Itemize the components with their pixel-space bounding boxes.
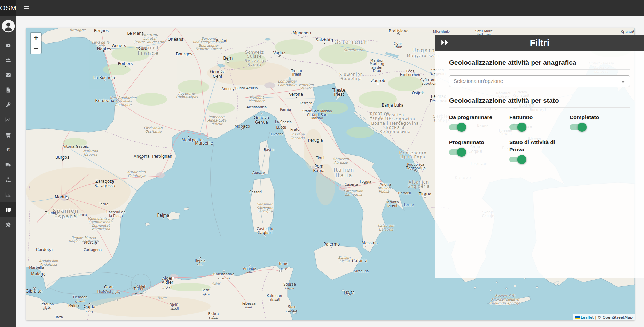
euro-icon: € <box>5 147 11 153</box>
document-icon <box>5 87 11 93</box>
section-heading-stato: Geolocalizzazione attività per stato <box>449 97 630 104</box>
panel-title: Filtri <box>435 38 644 48</box>
leaflet-link[interactable]: Leaflet <box>581 315 594 320</box>
sidebar-item-document[interactable] <box>0 83 16 98</box>
sidebar-item-map[interactable] <box>0 202 16 217</box>
sidebar-item-euro[interactable]: € <box>0 142 16 157</box>
sidebar-item-bar-chart[interactable] <box>0 187 16 202</box>
panel-collapse-icon[interactable] <box>441 39 449 46</box>
toggle-label: Fatturato <box>509 114 570 121</box>
sidebar-item-dashboard[interactable] <box>0 38 16 53</box>
toggle-knob <box>457 148 466 157</box>
statistics-icon <box>5 117 11 123</box>
bar-chart-icon <box>5 192 11 198</box>
sidebar: € <box>0 16 16 327</box>
hierarchy-icon <box>5 177 11 183</box>
cart-icon <box>5 132 11 138</box>
toggle-switch-completato[interactable] <box>570 124 586 130</box>
sidebar-item-mail[interactable] <box>0 68 16 83</box>
user-avatar[interactable] <box>2 20 15 33</box>
top-navbar: OSM <box>0 0 644 16</box>
toggle-knob <box>457 123 466 132</box>
toggle-knob <box>578 123 587 132</box>
sidebar-item-tools[interactable] <box>0 98 16 112</box>
toggle-switch-fatturato[interactable] <box>509 124 525 130</box>
toggle-fatturato: Fatturato <box>509 114 570 130</box>
app-logo[interactable]: OSM <box>0 0 16 16</box>
avatar-icon <box>2 20 15 33</box>
divider <box>449 107 630 108</box>
toggle-switch-stato-di-attivita-di-prova[interactable] <box>509 157 525 162</box>
status-toggles: Da programmareFatturatoCompletatoProgram… <box>449 114 630 162</box>
toggle-knob <box>517 155 526 164</box>
attribution-text: | © OpenStreetMap <box>594 315 633 320</box>
anagrafica-select[interactable]: Seleziona un'opzione <box>449 75 630 87</box>
toggle-stato-di-attivita-di-prova: Stato di Attività di Prova <box>509 139 570 162</box>
users-icon <box>5 57 11 63</box>
divider <box>449 69 630 70</box>
toggle-programmato: Programmato <box>449 139 509 162</box>
toggle-label: Programmato <box>449 139 509 146</box>
section-heading-anagrafica: Geolocalizzazione attività per anagrafic… <box>449 59 630 67</box>
zoom-in-button[interactable]: + <box>31 33 41 43</box>
settings-icon <box>5 222 11 228</box>
truck-icon <box>5 162 11 168</box>
toggle-switch-da-programmare[interactable] <box>449 124 465 130</box>
toggle-label: Stato di Attività di Prova <box>509 139 570 154</box>
sidebar-item-settings[interactable] <box>0 217 16 232</box>
zoom-out-button[interactable]: − <box>31 43 41 54</box>
toggle-label: Da programmare <box>449 114 509 121</box>
mail-icon <box>5 72 11 78</box>
sidebar-item-users[interactable] <box>0 53 16 68</box>
sidebar-item-truck[interactable] <box>0 157 16 172</box>
select-caret-icon <box>621 81 625 83</box>
toggle-completato: Completato <box>570 114 630 130</box>
toggle-label: Completato <box>570 114 630 121</box>
tools-icon <box>5 102 11 108</box>
toggle-knob <box>517 123 526 132</box>
toggle-da-programmare: Da programmare <box>449 114 509 130</box>
sidebar-item-hierarchy[interactable] <box>0 172 16 187</box>
map-zoom-control: + − <box>30 32 42 54</box>
ukraine-flag-icon <box>575 316 580 319</box>
map-attribution: Leaflet | © OpenStreetMap <box>573 314 635 320</box>
filter-panel-header: Filtri <box>435 35 644 51</box>
map-icon <box>5 207 11 213</box>
hamburger-menu-icon[interactable] <box>20 0 32 16</box>
filter-panel: Filtri Geolocalizzazione attività per an… <box>435 35 644 278</box>
dashboard-icon <box>5 42 11 48</box>
svg-text:€: € <box>6 147 10 153</box>
sidebar-item-cart[interactable] <box>0 127 16 142</box>
toggle-switch-programmato[interactable] <box>449 149 465 155</box>
sidebar-item-statistics[interactable] <box>0 112 16 127</box>
sidebar-nav: € <box>0 38 16 232</box>
filter-panel-body: Geolocalizzazione attività per anagrafic… <box>435 51 644 278</box>
main-content: RennesLe MansOrléansNantesAngersToursBou… <box>16 16 644 327</box>
select-placeholder: Seleziona un'opzione <box>454 78 503 84</box>
